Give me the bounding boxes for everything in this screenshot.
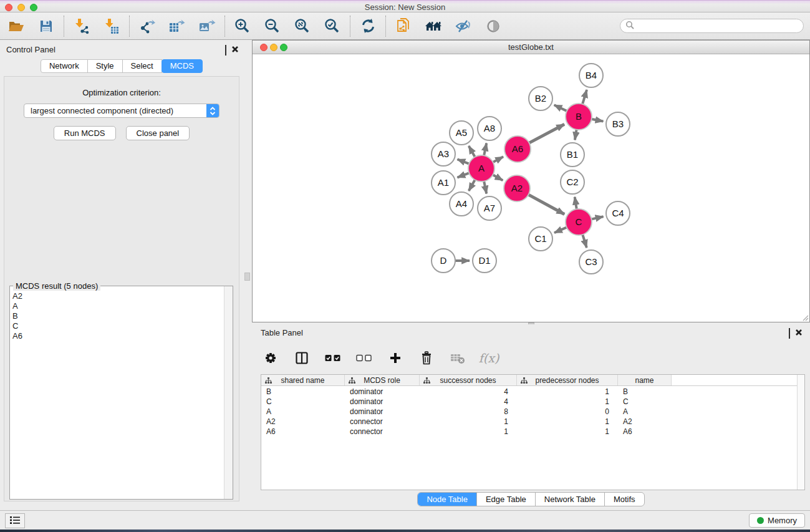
graph-edge-B-B3[interactable] [591,119,604,122]
column-header-name[interactable]: name [618,375,672,385]
float-panel-icon[interactable] [225,46,226,55]
graph-node-A[interactable]: A [468,155,494,181]
graph-edge-A-A1[interactable] [457,173,470,178]
graph-edge-C-C2[interactable] [575,197,577,211]
function-builder-button[interactable]: f(x) [480,349,498,367]
clone-network-button[interactable] [395,17,412,35]
cell-predecessor-nodes[interactable]: 1 [517,417,618,427]
graph-node-B3[interactable]: B3 [606,112,630,136]
graph-node-B2[interactable]: B2 [529,87,552,110]
task-history-button[interactable] [5,513,25,528]
graph-node-B4[interactable]: B4 [579,64,603,87]
table-scrollbar[interactable] [797,375,804,490]
show-columns-button[interactable] [293,349,311,367]
cell-name[interactable]: A2 [618,417,672,427]
zoom-fit-button[interactable] [294,17,311,35]
run-mcds-button[interactable]: Run MCDS [54,126,116,140]
cell-predecessor-nodes[interactable]: 1 [517,427,618,437]
cell-MCDS-role[interactable]: dominator [345,397,420,407]
cell-successor-nodes[interactable]: 8 [420,407,517,417]
graph-node-D1[interactable]: D1 [473,249,496,273]
graph-edge-A6-B[interactable] [528,124,564,143]
table-row[interactable]: Cdominator41C [261,397,797,407]
close-panel-icon[interactable] [231,46,239,55]
graph-node-C2[interactable]: C2 [561,170,584,194]
cell-name[interactable]: C [618,397,672,407]
deselect-all-button[interactable] [355,349,373,367]
delete-column-button[interactable] [418,349,435,367]
graph-node-C3[interactable]: C3 [579,250,603,274]
cell-shared-name[interactable]: A [261,407,345,417]
graph-edge-A2-C[interactable] [528,194,564,214]
show-view-button[interactable] [485,17,502,35]
import-table-button[interactable] [103,17,120,35]
tab-style[interactable]: Style [87,59,123,73]
close-table-panel-icon[interactable] [795,329,803,338]
graph-edge-B-B4[interactable] [582,90,587,105]
cell-shared-name[interactable]: A6 [261,427,345,437]
close-panel-button[interactable]: Close panel [126,126,190,140]
graph-node-A1[interactable]: A1 [432,171,455,195]
cell-shared-name[interactable]: A2 [261,417,345,427]
result-item[interactable]: B [12,311,224,321]
refresh-button[interactable] [359,17,377,35]
graph-edge-C-C3[interactable] [582,233,587,248]
result-item[interactable]: A2 [12,291,224,301]
graph-node-C[interactable]: C [566,209,592,235]
graph-node-A5[interactable]: A5 [450,121,473,145]
graph-edge-B-B2[interactable] [554,105,568,112]
cell-predecessor-nodes[interactable]: 1 [517,397,618,407]
cell-shared-name[interactable]: B [261,387,345,397]
add-column-button[interactable] [387,349,404,367]
result-item[interactable]: A [12,301,224,311]
memory-button[interactable]: Memory [749,513,805,528]
tab-network-table[interactable]: Network Table [536,493,605,506]
graph-edge-A-A3[interactable] [457,159,470,164]
cell-successor-nodes[interactable]: 1 [420,417,517,427]
graph-edge-A-A5[interactable] [469,146,476,158]
zoom-in-button[interactable] [234,17,251,35]
column-header-successor-nodes[interactable]: successor nodes [420,375,517,385]
export-network-button[interactable] [138,17,156,35]
cell-successor-nodes[interactable]: 4 [420,387,517,397]
search-field[interactable] [620,19,804,33]
criterion-dropdown[interactable]: largest connected component (directed) [24,104,219,118]
tab-network[interactable]: Network [41,59,88,73]
graph-node-D[interactable]: D [432,249,455,273]
zoom-selected-button[interactable] [324,17,341,35]
cell-MCDS-role[interactable]: dominator [345,387,420,397]
cell-name[interactable]: A6 [618,427,672,437]
export-image-button[interactable] [198,17,216,35]
column-header-predecessor-nodes[interactable]: predecessor nodes [517,375,618,385]
tab-edge-table[interactable]: Edge Table [477,493,536,506]
cell-shared-name[interactable]: C [261,397,345,407]
column-header-shared-name[interactable]: shared name [261,375,345,385]
graph-edge-C-C4[interactable] [591,216,604,220]
graph-edge-A-A2[interactable] [492,174,503,180]
tab-select[interactable]: Select [122,59,162,73]
graph-node-A4[interactable]: A4 [450,192,473,216]
graph-edge-C-C1[interactable] [554,227,568,233]
tab-node-table[interactable]: Node Table [418,493,477,506]
home-view-button[interactable] [425,17,442,35]
cell-MCDS-role[interactable]: dominator [345,407,420,417]
export-table-button[interactable] [168,17,186,35]
graph-node-C1[interactable]: C1 [529,227,552,251]
cell-predecessor-nodes[interactable]: 0 [517,407,618,417]
graph-node-C4[interactable]: C4 [606,201,630,225]
graph-node-A6[interactable]: A6 [504,136,531,162]
graph-node-A7[interactable]: A7 [478,196,501,220]
graph-edge-A-A7[interactable] [484,180,486,194]
select-all-button[interactable] [324,349,342,367]
graph-node-B[interactable]: B [566,104,592,130]
hide-graphics-button[interactable] [455,17,472,35]
network-graph[interactable]: A5A8A3A6AA1A2A4A7B2B4BB3B1C2CC4C1C3DD1 [253,55,809,322]
graph-node-A8[interactable]: A8 [478,117,501,140]
graph-node-B1[interactable]: B1 [561,143,584,167]
table-row[interactable]: Adominator80A [261,407,797,417]
tab-motifs[interactable]: Motifs [605,493,644,506]
cell-predecessor-nodes[interactable]: 1 [517,387,618,397]
graph-edge-A-A8[interactable] [484,143,486,157]
result-scrollbar[interactable] [224,286,233,499]
table-row[interactable]: A6connector11A6 [261,427,797,437]
